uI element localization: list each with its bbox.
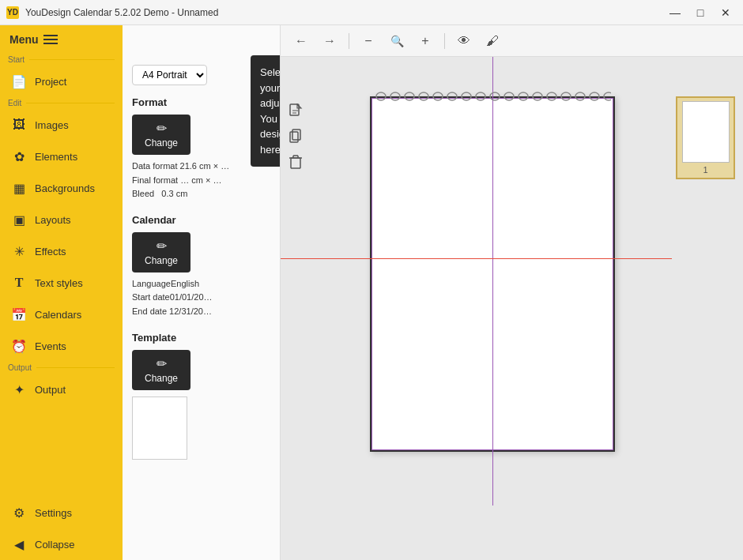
data-format-value: 21.6 cm × …	[180, 161, 230, 171]
events-icon: ⏰	[9, 336, 28, 355]
sidebar-label-project: Project	[35, 76, 66, 88]
format-dropdown[interactable]: A4 Portrait	[132, 65, 207, 85]
main-layout: Menu Start 📄 Project Edit 🖼 Images ✿ Ele…	[0, 25, 743, 560]
zoom-in-icon: +	[421, 34, 428, 48]
sidebar-label-calendars: Calendars	[35, 309, 81, 321]
spiral	[374, 92, 611, 101]
format-change-label: Change	[145, 137, 178, 148]
backgrounds-icon: ▦	[9, 179, 28, 197]
page-icon-button[interactable]	[284, 100, 307, 123]
effects-icon: ✳	[9, 242, 28, 261]
left-strip	[281, 96, 311, 177]
menu-button[interactable]: Menu	[0, 25, 123, 54]
sidebar-label-elements: Elements	[35, 151, 77, 163]
project-icon: 📄	[9, 72, 28, 91]
final-format-label: Final format	[132, 175, 178, 185]
end-date-value: 12/31/20…	[169, 306, 212, 316]
layouts-icon: ▣	[9, 210, 28, 229]
zoom-in-button[interactable]: +	[414, 30, 436, 52]
section-output: Output	[0, 362, 123, 374]
sidebar-item-events[interactable]: ⏰ Events	[0, 330, 123, 362]
minimize-button[interactable]: —	[664, 4, 686, 21]
sidebar-label-collapse: Collapse	[35, 539, 75, 551]
sidebar-item-layouts[interactable]: ▣ Layouts	[0, 204, 123, 235]
svg-rect-6	[292, 130, 300, 140]
guide-left	[372, 98, 372, 450]
format-section: Format ✏ Change Data format 21.6 cm × … …	[132, 96, 270, 201]
pencil-icon: ✏	[157, 121, 167, 136]
zoom-out-icon: −	[364, 34, 372, 48]
canvas-area: ← → − 🔍 + 👁 🖌	[281, 25, 743, 560]
sidebar-item-output[interactable]: ✦ Output	[0, 374, 123, 405]
close-button[interactable]: ✕	[715, 4, 737, 21]
canvas-content[interactable]: 1	[281, 57, 743, 560]
calendar-section: Calendar ✏ Change LanguageEnglish Start …	[132, 214, 270, 319]
forward-icon: →	[323, 34, 336, 48]
data-format-label: Data format	[132, 161, 177, 171]
bleed-value: 0.3 cm	[161, 189, 187, 198]
pencil-icon-3: ✏	[157, 356, 167, 371]
settings-panel: ✕ Select a format for your project and a…	[123, 25, 281, 560]
language-label: Language	[132, 279, 171, 288]
sidebar-item-elements[interactable]: ✿ Elements	[0, 141, 123, 172]
toolbar-divider-1	[349, 33, 349, 49]
delete-page-button[interactable]	[284, 150, 307, 174]
settings-icon: ⚙	[9, 503, 28, 522]
sidebar-item-project[interactable]: 📄 Project	[0, 66, 123, 97]
sidebar-item-collapse[interactable]: ◀ Collapse	[0, 528, 123, 560]
start-date-value: 01/01/20…	[170, 292, 213, 302]
maximize-button[interactable]: □	[689, 4, 711, 21]
sidebar-label-text-styles: Text styles	[35, 277, 83, 289]
red-guide-h	[281, 258, 672, 259]
calendars-icon: 📅	[9, 305, 28, 324]
template-section: Template ✏ Change	[132, 332, 270, 460]
tooltip-popup: ✕ Select a format for your project and a…	[251, 55, 281, 167]
sidebar-item-text-styles[interactable]: T Text styles	[0, 267, 123, 299]
back-icon: ←	[295, 34, 307, 48]
output-icon: ✦	[9, 380, 28, 399]
sidebar-item-backgrounds[interactable]: ▦ Backgrounds	[0, 172, 123, 204]
forward-button[interactable]: →	[319, 30, 341, 52]
copy-icon	[289, 129, 303, 145]
format-select-area: A4 Portrait	[132, 65, 270, 85]
format-change-button[interactable]: ✏ Change	[132, 115, 190, 155]
page-icon	[289, 103, 303, 119]
calendar-change-button[interactable]: ✏ Change	[132, 232, 190, 272]
thumbnail-1[interactable]: 1	[676, 96, 735, 179]
sidebar-label-settings: Settings	[35, 507, 72, 519]
calendar-page	[370, 96, 615, 452]
zoom-out-button[interactable]: −	[357, 30, 379, 52]
elements-icon: ✿	[9, 147, 28, 166]
sidebar-item-calendars[interactable]: 📅 Calendars	[0, 299, 123, 330]
start-date-label: Start date	[132, 292, 170, 302]
sidebar-label-images: Images	[35, 119, 69, 131]
template-change-button[interactable]: ✏ Change	[132, 350, 190, 390]
zoom-search-icon: 🔍	[390, 35, 404, 47]
eye-button[interactable]: 👁	[453, 30, 475, 52]
app-icon: YD	[6, 6, 19, 19]
copy-page-button[interactable]	[284, 125, 307, 148]
sidebar-item-images[interactable]: 🖼 Images	[0, 109, 123, 141]
zoom-search-button[interactable]: 🔍	[386, 30, 408, 52]
trash-icon	[289, 154, 303, 170]
collapse-icon: ◀	[9, 535, 28, 554]
thumb-page-1	[682, 101, 730, 163]
format-section-title: Format	[132, 96, 270, 108]
thumb-number-1: 1	[703, 165, 707, 175]
calendar-section-title: Calendar	[132, 214, 270, 226]
back-button[interactable]: ←	[290, 30, 312, 52]
guide-center-v	[492, 57, 493, 506]
sidebar-item-settings[interactable]: ⚙ Settings	[0, 497, 123, 528]
sidebar-label-output: Output	[35, 384, 66, 396]
svg-rect-7	[291, 158, 300, 168]
end-date-label: End date	[132, 306, 167, 316]
paint-icon: 🖌	[486, 34, 499, 48]
text-styles-icon: T	[9, 273, 28, 292]
calendar-info: LanguageEnglish Start date01/01/20… End …	[132, 277, 270, 319]
final-format-value: … cm × …	[180, 175, 221, 185]
window-controls: — □ ✕	[664, 4, 737, 21]
language-value: English	[171, 279, 199, 288]
paint-button[interactable]: 🖌	[481, 30, 504, 52]
sidebar-item-effects[interactable]: ✳ Effects	[0, 235, 123, 267]
hamburger-icon	[43, 35, 58, 44]
